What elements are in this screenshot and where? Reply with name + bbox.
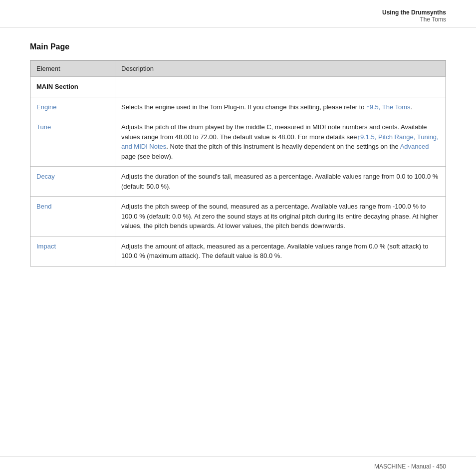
main-table: Element Description MAIN Section Engine bbox=[30, 60, 446, 266]
cell-element-tune: Tune bbox=[30, 117, 115, 167]
impact-link[interactable]: Impact bbox=[36, 242, 56, 250]
cell-description-tune: Adjusts the pitch of the drum played by … bbox=[115, 117, 446, 167]
section-title: The Toms bbox=[420, 16, 446, 23]
tune-link[interactable]: Tune bbox=[36, 123, 51, 131]
cell-description-main-section bbox=[115, 77, 446, 97]
cell-description-decay: Adjusts the duration of the sound's tail… bbox=[115, 167, 446, 197]
table-header-row: Element Description bbox=[30, 61, 446, 77]
cell-description-impact: Adjusts the amount of attack, measured a… bbox=[115, 236, 446, 266]
top-header: Using the Drumsynths The Toms bbox=[0, 0, 476, 27]
main-content: Main Page Element Description MAIN Secti… bbox=[0, 27, 476, 281]
bottom-footer: MASCHINE - Manual - 450 bbox=[0, 457, 476, 476]
col-header-description: Description bbox=[115, 61, 446, 77]
tune-advanced-link[interactable]: Advanced bbox=[400, 143, 429, 150]
bend-link[interactable]: Bend bbox=[36, 203, 51, 210]
engine-link[interactable]: Engine bbox=[36, 103, 56, 111]
table-row-bend: Bend Adjusts the pitch sweep of the soun… bbox=[30, 197, 446, 237]
table-row-main-section: MAIN Section bbox=[30, 77, 446, 97]
chapter-title: Using the Drumsynths bbox=[382, 9, 446, 16]
cell-element-decay: Decay bbox=[30, 167, 115, 197]
col-header-element: Element bbox=[30, 61, 115, 77]
cell-element-impact: Impact bbox=[30, 236, 115, 266]
table-row-tune: Tune Adjusts the pitch of the drum playe… bbox=[30, 117, 446, 167]
engine-ref-link[interactable]: ↑9.5, The Toms bbox=[366, 103, 410, 111]
table-row-impact: Impact Adjusts the amount of attack, mea… bbox=[30, 236, 446, 266]
footer-text: MASCHINE - Manual - 450 bbox=[374, 463, 446, 470]
table-row-engine: Engine Selects the engine used in the To… bbox=[30, 97, 446, 117]
cell-description-bend: Adjusts the pitch sweep of the sound, me… bbox=[115, 197, 446, 237]
page-container: Using the Drumsynths The Toms Main Page … bbox=[0, 0, 476, 476]
table-row-decay: Decay Adjusts the duration of the sound'… bbox=[30, 167, 446, 197]
cell-element-engine: Engine bbox=[30, 97, 115, 117]
tune-ref-link[interactable]: ↑9.1.5, Pitch Range, Tuning, and MIDI No… bbox=[121, 133, 439, 151]
page-heading: Main Page bbox=[30, 42, 446, 51]
cell-element-main-section: MAIN Section bbox=[30, 77, 115, 97]
cell-element-bend: Bend bbox=[30, 197, 115, 237]
cell-description-engine: Selects the engine used in the Tom Plug-… bbox=[115, 97, 446, 117]
decay-link[interactable]: Decay bbox=[36, 173, 55, 180]
